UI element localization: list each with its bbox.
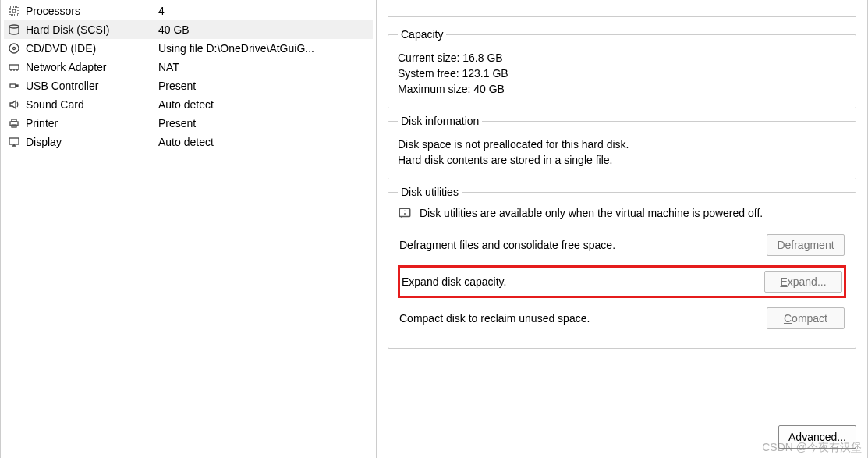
hw-label: CD/DVD (IDE)	[26, 42, 158, 55]
hw-row-processors[interactable]: Processors 4	[4, 2, 373, 20]
bottom-actions: Advanced...	[388, 417, 856, 452]
defragment-text: Defragment files and consolidate free sp…	[399, 239, 615, 251]
utilities-note-row: Disk utilities are available only when t…	[398, 206, 846, 220]
compact-row: Compact disk to reclaim unused space. Co…	[398, 304, 846, 332]
expand-text: Expand disk capacity.	[402, 275, 506, 288]
hw-row-sound[interactable]: Sound Card Auto detect	[4, 95, 373, 114]
hw-row-hard-disk[interactable]: Hard Disk (SCSI) 40 GB	[4, 20, 373, 39]
disk-utilities-legend: Disk utilities	[398, 186, 462, 198]
compact-button[interactable]: Compact	[767, 307, 845, 329]
hw-label: Processors	[26, 5, 158, 17]
hardware-list: Processors 4 Hard Disk (SCSI) 40 GB CD/D…	[1, 0, 377, 458]
disk-utilities-group: Disk utilities Disk utilities are availa…	[388, 186, 856, 349]
disc-icon	[7, 41, 21, 55]
hw-value: Using file D:\OneDrive\AtGuiG...	[158, 42, 370, 55]
disk-info-line1: Disk space is not preallocated for this …	[398, 138, 846, 151]
expand-row: Expand disk capacity. Expand...	[398, 265, 846, 298]
hw-row-display[interactable]: Display Auto detect	[4, 133, 373, 151]
hw-value: Present	[158, 117, 370, 130]
capacity-legend: Capacity	[398, 28, 446, 41]
info-icon	[398, 206, 412, 220]
hw-value: Auto detect	[158, 98, 370, 111]
expand-button[interactable]: Expand...	[764, 271, 842, 293]
disk-information-group: Disk information Disk space is not preal…	[388, 115, 856, 179]
capacity-system-free: System free: 123.1 GB	[398, 67, 846, 80]
hw-value: 40 GB	[158, 23, 370, 36]
disk-info-line2: Hard disk contents are stored in a singl…	[398, 154, 846, 166]
svg-rect-6	[10, 84, 16, 87]
compact-text: Compact disk to reclaim unused space.	[399, 312, 590, 325]
hw-value: Auto detect	[158, 136, 370, 148]
svg-point-2	[9, 25, 19, 28]
svg-rect-1	[12, 9, 16, 12]
hw-label: Printer	[26, 117, 158, 130]
hw-row-usb[interactable]: USB Controller Present	[4, 76, 373, 95]
svg-rect-5	[9, 65, 19, 69]
network-adapter-icon	[7, 60, 21, 74]
svg-rect-0	[10, 7, 18, 15]
hw-row-network[interactable]: Network Adapter NAT	[4, 58, 373, 76]
defragment-row: Defragment files and consolidate free sp…	[398, 231, 846, 259]
svg-point-3	[9, 44, 19, 53]
hw-label: Display	[26, 136, 158, 148]
svg-rect-7	[16, 85, 18, 87]
svg-rect-11	[9, 138, 19, 144]
hw-label: Network Adapter	[26, 61, 158, 73]
settings-detail-panel: Capacity Current size: 16.8 GB System fr…	[377, 0, 867, 458]
hw-row-cd-dvd[interactable]: CD/DVD (IDE) Using file D:\OneDrive\AtGu…	[4, 39, 373, 58]
svg-point-4	[13, 48, 16, 50]
partial-panel-top	[388, 0, 856, 17]
hw-label: Hard Disk (SCSI)	[26, 23, 158, 36]
monitor-icon	[7, 135, 21, 149]
hw-row-printer[interactable]: Printer Present	[4, 114, 373, 133]
hw-label: USB Controller	[26, 80, 158, 92]
cpu-icon	[7, 4, 21, 18]
capacity-group: Capacity Current size: 16.8 GB System fr…	[388, 28, 856, 108]
speaker-icon	[7, 98, 21, 112]
hw-value: NAT	[158, 61, 370, 73]
advanced-button[interactable]: Advanced...	[778, 425, 856, 449]
capacity-current: Current size: 16.8 GB	[398, 51, 846, 64]
defragment-button[interactable]: Defragment	[767, 234, 845, 256]
printer-icon	[7, 116, 21, 130]
svg-rect-9	[12, 119, 16, 122]
capacity-maximum: Maximum size: 40 GB	[398, 83, 846, 95]
hard-disk-icon	[7, 23, 21, 37]
hw-label: Sound Card	[26, 98, 158, 111]
hw-value: Present	[158, 80, 370, 92]
utilities-note: Disk utilities are available only when t…	[420, 207, 763, 219]
disk-info-legend: Disk information	[398, 115, 482, 127]
usb-icon	[7, 79, 21, 93]
svg-rect-12	[399, 208, 410, 216]
hw-value: 4	[158, 5, 370, 17]
